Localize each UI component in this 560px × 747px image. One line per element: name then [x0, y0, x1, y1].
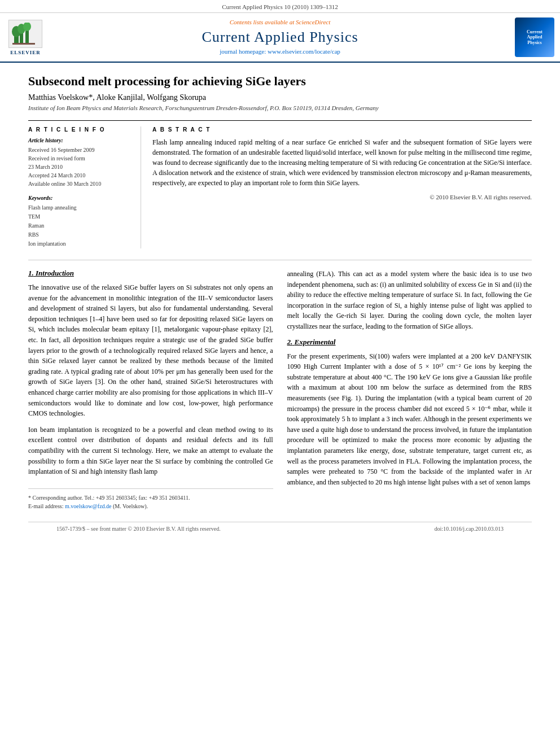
footer-doi: doi:10.1016/j.cap.2010.03.013 — [435, 526, 504, 532]
journal-logo-right: CurrentAppliedPhysics — [509, 13, 560, 62]
received-revised-date: 23 March 2010 — [28, 163, 132, 171]
exp-number: 2. — [287, 338, 293, 346]
keyword-4: RBS — [28, 230, 132, 239]
authors-text: Matthias Voelskow*, Aloke Kanjilal, Wolf… — [28, 93, 206, 102]
footer-bar: 1567-1739/$ – see front matter © 2010 El… — [28, 522, 532, 535]
svg-rect-6 — [12, 43, 35, 45]
accepted-date: Accepted 24 March 2010 — [28, 171, 132, 180]
elsevier-logo-area: ELSEVIER — [0, 13, 51, 62]
journal-header: ELSEVIER Contents lists available at Sci… — [0, 13, 560, 63]
body-columns: 1. Introduction The innovative use of th… — [28, 269, 532, 510]
article-abstract-col: A B S T R A C T Flash lamp annealing ind… — [152, 126, 532, 248]
keyword-5: Ion implantation — [28, 239, 132, 248]
abstract-header: A B S T R A C T — [152, 126, 532, 133]
elsevier-label: ELSEVIER — [10, 50, 41, 55]
intro-paragraph-2: Ion beam implantation is recognized to b… — [28, 425, 273, 477]
intro-paragraph-1: The innovative use of the relaxed SiGe b… — [28, 282, 273, 419]
email-line: E-mail address: m.voelskow@fzd.de (M. Vo… — [28, 502, 273, 510]
email-address[interactable]: m.voelskow@fzd.de — [65, 503, 112, 509]
article-title: Subsecond melt processing for achieving … — [28, 74, 532, 89]
homepage-url[interactable]: www.elsevier.com/locate/cap — [268, 48, 340, 55]
keyword-3: Raman — [28, 221, 132, 230]
top-bar: Current Applied Physics 10 (2010) 1309–1… — [0, 0, 560, 13]
email-label: E-mail address: — [28, 503, 65, 509]
keywords-label: Keywords: — [28, 195, 132, 201]
article-authors: Matthias Voelskow*, Aloke Kanjilal, Wolf… — [28, 93, 532, 102]
abstract-text: Flash lamp annealing induced rapid melti… — [152, 137, 532, 188]
abstract-copyright: © 2010 Elsevier B.V. All rights reserved… — [152, 194, 532, 200]
keywords-section: Keywords: Flash lamp annealing TEM Raman… — [28, 195, 132, 248]
journal-header-center: Contents lists available at ScienceDirec… — [51, 13, 509, 62]
article-content: Subsecond melt processing for achieving … — [0, 63, 560, 547]
sciencedirect-name[interactable]: ScienceDirect — [296, 19, 330, 25]
sciencedirect-prefix: Contents lists available at — [230, 19, 296, 25]
article-info-header: A R T I C L E I N F O — [28, 126, 132, 133]
journal-logo-text: CurrentAppliedPhysics — [527, 29, 542, 46]
article-info-col: A R T I C L E I N F O Article history: R… — [28, 126, 141, 248]
homepage-prefix: journal homepage: — [220, 48, 268, 55]
experimental-title: 2. Experimental — [287, 338, 532, 347]
section-divider — [28, 260, 532, 260]
journal-title: Current Applied Physics — [51, 29, 509, 46]
body-col-left: 1. Introduction The innovative use of th… — [28, 269, 273, 510]
intro-title-text: Introduction — [36, 269, 74, 277]
sciencedirect-link: Contents lists available at ScienceDirec… — [51, 19, 509, 25]
experimental-paragraph: For the present experiments, Si(100) waf… — [287, 351, 532, 488]
keyword-2: TEM — [28, 212, 132, 221]
elsevier-logo: ELSEVIER — [8, 20, 42, 55]
exp-title-text: Experimental — [295, 338, 336, 346]
journal-cover-image: CurrentAppliedPhysics — [515, 18, 554, 57]
email-suffix: (M. Voelskow). — [112, 503, 148, 509]
article-columns: A R T I C L E I N F O Article history: R… — [28, 120, 532, 248]
corresponding-author: * Corresponding author. Tel.: +49 351 26… — [28, 493, 273, 502]
journal-homepage: journal homepage: www.elsevier.com/locat… — [51, 48, 509, 55]
footnote-area: * Corresponding author. Tel.: +49 351 26… — [28, 488, 273, 510]
keyword-1: Flash lamp annealing — [28, 203, 132, 212]
received-date: Received 16 September 2009 — [28, 146, 132, 154]
elsevier-tree-logo — [8, 20, 42, 48]
footer-issn: 1567-1739/$ – see front matter © 2010 El… — [56, 526, 221, 532]
intro-title: 1. Introduction — [28, 269, 273, 278]
body-col-right: annealing (FLA). This can act as a model… — [287, 269, 532, 510]
received-revised-label: Received in revised form — [28, 154, 132, 163]
available-online: Available online 30 March 2010 — [28, 180, 132, 188]
journal-citation: Current Applied Physics 10 (2010) 1309–1… — [222, 3, 338, 10]
right-col-paragraph-1: annealing (FLA). This can act as a model… — [287, 269, 532, 332]
article-affiliation: Institute of Ion Beam Physics and Materi… — [28, 104, 532, 111]
article-history-label: Article history: — [28, 137, 132, 143]
intro-number: 1. — [28, 269, 34, 277]
